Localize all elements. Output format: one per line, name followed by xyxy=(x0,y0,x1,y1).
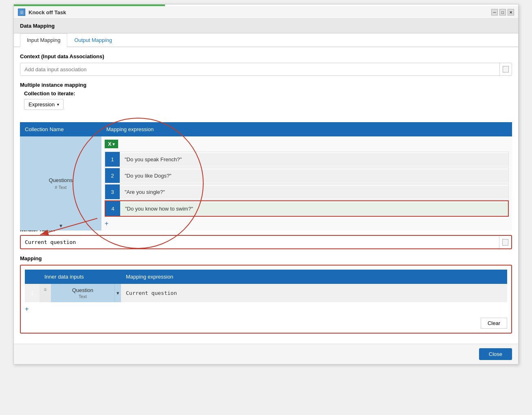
collection-filter[interactable]: ▾ xyxy=(20,221,101,231)
inner-expr-cell: Current question xyxy=(121,284,507,302)
iterator-input[interactable] xyxy=(21,236,499,248)
inner-name-td: ≡ Question Text ▾ xyxy=(40,284,121,302)
inner-mapping-row: 1 ≡ Question Text xyxy=(25,284,507,302)
dropdown-arrow-icon: ▾ xyxy=(57,102,59,107)
tab-output-mapping[interactable]: Output Mapping xyxy=(67,33,119,47)
expr-item-num-1: 1 xyxy=(105,152,120,167)
inner-mapping-table: Inner data inputs Mapping expression 1 ≡ xyxy=(25,270,507,302)
main-window: ☰ Knock off Task ─ □ ✕ Data Mapping Inpu… xyxy=(13,4,519,364)
content-area: Context (Input data Associations) Multip… xyxy=(14,47,518,344)
window-title: Knock off Task xyxy=(29,9,66,15)
collection-expr-cell: X ▾ 1 "Do you speak French?" 2 "Do xyxy=(101,136,512,231)
expression-dropdown-label: Expression xyxy=(29,101,55,108)
add-inner-row-button[interactable]: + xyxy=(25,305,29,313)
collection-name-text: Questions xyxy=(49,177,73,183)
title-bar: ☰ Knock off Task ─ □ ✕ xyxy=(14,6,518,19)
inner-col-num xyxy=(25,270,40,284)
inner-filter-cell[interactable]: ▾ xyxy=(114,284,121,302)
inner-row-num: 1 xyxy=(25,284,40,302)
collection-to-iterate-label: Collection to iterate: xyxy=(24,90,512,97)
expr-item-num-2: 2 xyxy=(105,168,120,183)
expr-items-list: 1 "Do you speak French?" 2 "Do you like … xyxy=(105,152,509,227)
filter-icon: ▾ xyxy=(59,222,62,229)
expr-item-text-1: "Do you speak French?" xyxy=(120,153,508,166)
drag-icon: ≡ xyxy=(44,287,46,292)
expr-item-text-2: "Do you like Dogs?" xyxy=(120,169,508,182)
inner-name-cell: Question Text xyxy=(51,284,114,302)
expression-dropdown[interactable]: Expression ▾ xyxy=(24,99,64,110)
expr-item-3[interactable]: 3 "Are you single?" xyxy=(105,184,509,200)
inner-col-expr-header: Mapping expression xyxy=(121,270,507,284)
expr-item-2[interactable]: 2 "Do you like Dogs?" xyxy=(105,168,509,183)
inner-name-flex: ≡ Question Text ▾ xyxy=(40,284,121,302)
expr-item-num-4: 4 xyxy=(106,201,120,216)
excel-icon: X xyxy=(108,141,112,147)
restore-button[interactable]: □ xyxy=(499,9,506,15)
expr-item-text-4: "Do you know how to swim?" xyxy=(120,202,508,215)
clear-button[interactable]: Clear xyxy=(481,318,507,329)
inner-filter-icon: ▾ xyxy=(117,290,119,296)
multiple-instance-label: Multiple instance mapping xyxy=(20,82,512,88)
clear-btn-row: Clear xyxy=(25,318,507,329)
expr-toolbar: X ▾ xyxy=(105,140,509,148)
excel-button[interactable]: X ▾ xyxy=(105,140,118,148)
mapping-outer-box: Inner data inputs Mapping expression 1 ≡ xyxy=(20,265,512,334)
minimize-button[interactable]: ─ xyxy=(491,9,498,15)
iterator-check-icon xyxy=(502,239,508,246)
inner-name-sub: Text xyxy=(79,294,87,299)
title-controls: ─ □ ✕ xyxy=(491,9,514,15)
inner-col-inputs-header: Inner data inputs xyxy=(40,270,121,284)
collection-table-header: Collection Name Mapping expression xyxy=(20,122,512,136)
col-header-expr: Mapping expression xyxy=(101,122,512,136)
expr-item-num-3: 3 xyxy=(105,184,120,199)
drag-handle[interactable]: ≡ xyxy=(40,284,51,302)
inner-name-main: Question xyxy=(72,287,93,293)
context-check-button[interactable] xyxy=(499,63,512,75)
collection-name-type: # Text xyxy=(55,185,66,190)
title-bar-left: ☰ Knock off Task xyxy=(18,9,66,16)
add-collection-item-button[interactable]: + xyxy=(105,220,509,227)
context-label: Context (Input data Associations) xyxy=(20,53,512,59)
expr-item-1[interactable]: 1 "Do you speak French?" xyxy=(105,152,509,167)
col-header-name: Collection Name xyxy=(20,122,101,136)
mapping-section-label: Mapping xyxy=(20,255,512,261)
expr-item-4[interactable]: 4 "Do you know how to swim?" xyxy=(105,200,509,217)
collection-name-content: Questions # Text xyxy=(20,137,101,231)
context-input-row xyxy=(20,63,512,76)
iterator-check-button[interactable] xyxy=(499,236,511,248)
tabs-container: Input Mapping Output Mapping xyxy=(14,33,518,47)
collection-name-cell: Questions # Text ▾ xyxy=(20,136,101,231)
inner-table-header: Inner data inputs Mapping expression xyxy=(25,270,507,284)
collection-row: Questions # Text ▾ xyxy=(20,136,512,231)
expr-item-text-3: "Are you single?" xyxy=(120,186,508,198)
excel-dropdown-arrow: ▾ xyxy=(112,141,115,147)
tab-input-mapping[interactable]: Input Mapping xyxy=(20,33,67,47)
context-input[interactable] xyxy=(20,64,499,75)
iterator-input-row xyxy=(20,235,512,249)
check-icon xyxy=(503,66,509,72)
collection-mapping-table: Collection Name Mapping expression Quest… xyxy=(20,122,512,231)
data-mapping-header: Data Mapping xyxy=(14,19,518,33)
close-button[interactable]: Close xyxy=(479,348,512,360)
close-window-button[interactable]: ✕ xyxy=(508,9,514,15)
window-icon: ☰ xyxy=(18,9,25,16)
footer: Close xyxy=(14,344,518,364)
